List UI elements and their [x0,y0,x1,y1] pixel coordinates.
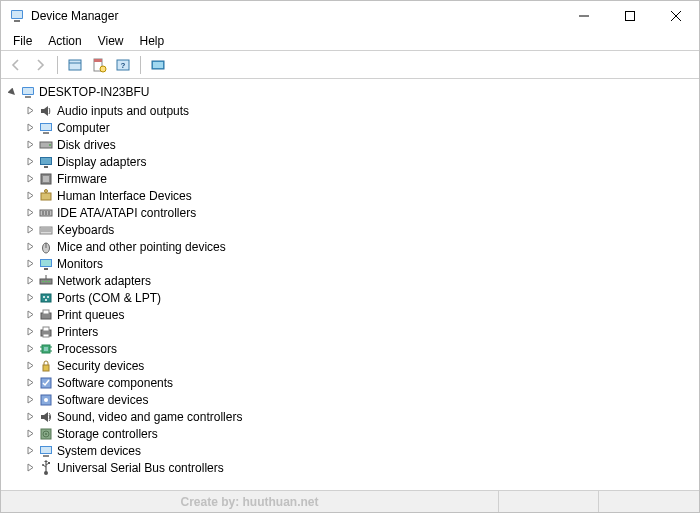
show-hidden-button[interactable] [64,54,86,76]
expander-icon[interactable] [23,106,37,115]
tree-category-item[interactable]: Print queues [5,306,699,323]
tree-category-item[interactable]: Display adapters [5,153,699,170]
expander-icon[interactable] [23,327,37,336]
expander-icon[interactable] [23,446,37,455]
close-button[interactable] [653,1,699,31]
expander-icon[interactable] [23,378,37,387]
expander-icon[interactable] [23,242,37,251]
expander-icon[interactable] [23,310,37,319]
category-label: Mice and other pointing devices [57,240,226,254]
tree-category-item[interactable]: Keyboards [5,221,699,238]
expander-icon[interactable] [23,463,37,472]
tree-category-item[interactable]: Sound, video and game controllers [5,408,699,425]
svg-rect-25 [41,158,51,164]
tree-category-item[interactable]: Ports (COM & LPT) [5,289,699,306]
tree-category-item[interactable]: Network adapters [5,272,699,289]
menu-action[interactable]: Action [40,32,89,50]
svg-rect-18 [25,96,31,98]
expander-icon[interactable] [5,88,19,97]
expander-icon[interactable] [23,276,37,285]
toolbar: ? [1,51,699,79]
svg-rect-64 [43,365,49,371]
tree-category-item[interactable]: System devices [5,442,699,459]
tree-category-item[interactable]: Storage controllers [5,425,699,442]
svg-point-45 [42,280,44,282]
svg-point-70 [45,433,47,435]
tree-category-item[interactable]: Software devices [5,391,699,408]
tree-category-item[interactable]: Mice and other pointing devices [5,238,699,255]
firmware-icon [37,171,55,187]
svg-rect-10 [94,59,102,62]
minimize-button[interactable] [561,1,607,31]
tree-category-item[interactable]: Printers [5,323,699,340]
tree-category-item[interactable]: Audio inputs and outputs [5,102,699,119]
svg-rect-21 [43,132,49,134]
expander-icon[interactable] [23,361,37,370]
menu-view[interactable]: View [90,32,132,50]
category-label: System devices [57,444,141,458]
expander-icon[interactable] [23,344,37,353]
swdev-icon [37,392,55,408]
tree-category-item[interactable]: Security devices [5,357,699,374]
tree-category-item[interactable]: Firmware [5,170,699,187]
svg-rect-26 [44,166,48,168]
back-button[interactable] [5,54,27,76]
expander-icon[interactable] [23,208,37,217]
tree-category-item[interactable]: Processors [5,340,699,357]
category-label: Processors [57,342,117,356]
tree-category-item[interactable]: Software components [5,374,699,391]
expander-icon[interactable] [23,225,37,234]
swcomp-icon [37,375,55,391]
watermark-text: Create by: huuthuan.net [180,495,318,509]
category-label: Human Interface Devices [57,189,192,203]
tree-category-item[interactable]: Monitors [5,255,699,272]
expander-icon[interactable] [23,140,37,149]
category-label: Universal Serial Bus controllers [57,461,224,475]
menu-help[interactable]: Help [132,32,173,50]
disk-icon [37,137,55,153]
tree-category-item[interactable]: Disk drives [5,136,699,153]
tree-root-node[interactable]: DESKTOP-IN23BFU [5,83,699,101]
keyboard-icon [37,222,55,238]
computer-icon [37,120,55,136]
tree-category-item[interactable]: Computer [5,119,699,136]
statusbar: Create by: huuthuan.net [1,490,699,512]
category-label: Keyboards [57,223,114,237]
window-title: Device Manager [31,9,561,23]
expander-icon[interactable] [23,259,37,268]
expander-icon[interactable] [23,174,37,183]
svg-point-52 [45,299,47,301]
category-label: Disk drives [57,138,116,152]
system-icon [37,443,55,459]
svg-rect-42 [41,260,51,266]
svg-rect-59 [44,347,48,351]
category-label: Software components [57,376,173,390]
expander-icon[interactable] [23,191,37,200]
expander-icon[interactable] [23,157,37,166]
tree-category-item[interactable]: Human Interface Devices [5,187,699,204]
tree-category-item[interactable]: IDE ATA/ATAPI controllers [5,204,699,221]
maximize-button[interactable] [607,1,653,31]
sound-icon [37,409,55,425]
expander-icon[interactable] [23,123,37,132]
properties-button[interactable] [88,54,110,76]
svg-point-23 [49,144,51,146]
svg-point-11 [100,66,106,72]
views-button[interactable] [147,54,169,76]
svg-point-50 [43,296,45,298]
security-icon [37,358,55,374]
expander-icon[interactable] [23,395,37,404]
svg-rect-33 [42,211,44,215]
tree-category-item[interactable]: Universal Serial Bus controllers [5,459,699,476]
device-tree[interactable]: DESKTOP-IN23BFU Audio inputs and outputs… [1,79,699,490]
expander-icon[interactable] [23,412,37,421]
expander-icon[interactable] [23,429,37,438]
menu-file[interactable]: File [5,32,40,50]
status-segment [499,491,599,512]
help-button[interactable]: ? [112,54,134,76]
svg-point-51 [47,296,49,298]
forward-button[interactable] [29,54,51,76]
app-icon [9,8,25,24]
category-label: Security devices [57,359,144,373]
expander-icon[interactable] [23,293,37,302]
